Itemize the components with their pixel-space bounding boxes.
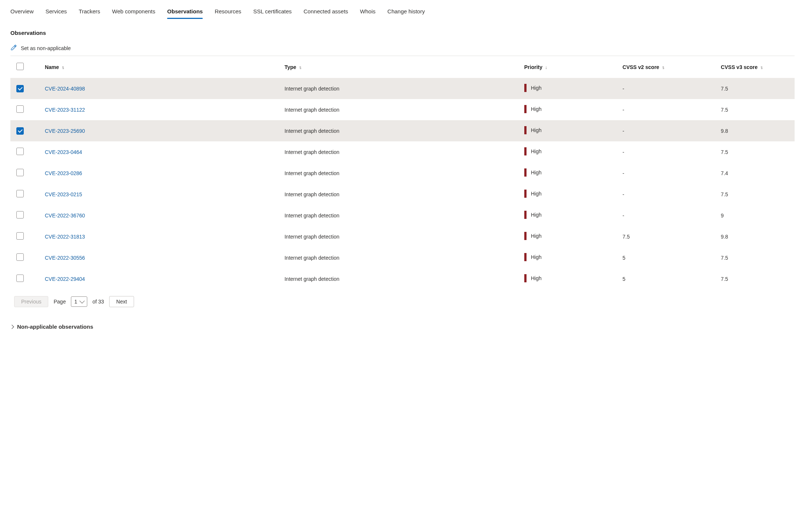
previous-button[interactable]: Previous [14, 296, 48, 307]
priority-indicator-icon [524, 105, 527, 113]
type-cell: Internet graph detection [284, 99, 524, 120]
priority-cell: High [524, 147, 542, 155]
tab-observations[interactable]: Observations [167, 6, 203, 19]
priority-cell: High [524, 211, 542, 219]
cvss2-cell: - [623, 205, 721, 226]
column-header-label: Type [284, 64, 296, 70]
column-header-label: Name [45, 64, 59, 70]
page-label: Page [53, 299, 66, 305]
priority-cell: High [524, 253, 542, 261]
priority-label: High [531, 275, 542, 281]
priority-indicator-icon [524, 147, 527, 155]
tab-web-components[interactable]: Web components [112, 6, 155, 19]
non-applicable-section-title: Non-applicable observations [17, 324, 93, 330]
priority-indicator-icon [524, 232, 527, 240]
cve-link[interactable]: CVE-2023-0215 [45, 191, 82, 197]
edit-icon [10, 44, 17, 52]
cvss3-cell: 7.5 [721, 78, 795, 99]
tab-whois[interactable]: Whois [360, 6, 376, 19]
priority-indicator-icon [524, 168, 527, 177]
cve-link[interactable]: CVE-2022-30556 [45, 255, 85, 261]
priority-cell: High [524, 232, 542, 240]
row-checkbox[interactable] [16, 169, 24, 176]
table-row: CVE-2023-0215Internet graph detectionHig… [10, 184, 795, 205]
cve-link[interactable]: CVE-2023-31122 [45, 107, 85, 113]
priority-label: High [531, 212, 542, 218]
priority-label: High [531, 191, 542, 197]
tab-resources[interactable]: Resources [215, 6, 241, 19]
observations-table: Name ↑↓ Type ↑↓ Priority ↓ CVSS v2 score… [10, 56, 795, 289]
column-header-cvss2[interactable]: CVSS v2 score ↑↓ [623, 56, 721, 78]
sort-both-icon: ↑↓ [299, 65, 300, 70]
cvss3-cell: 9.8 [721, 120, 795, 141]
cvss3-cell: 7.5 [721, 268, 795, 289]
column-header-label: Priority [524, 64, 542, 70]
column-header-name[interactable]: Name ↑↓ [45, 56, 285, 78]
column-header-label: CVSS v2 score [623, 64, 659, 70]
priority-indicator-icon [524, 126, 527, 134]
tab-connected-assets[interactable]: Connected assets [304, 6, 348, 19]
next-button[interactable]: Next [109, 296, 134, 307]
row-checkbox[interactable] [16, 232, 24, 240]
priority-cell: High [524, 168, 542, 177]
cve-link[interactable]: CVE-2022-36760 [45, 213, 85, 219]
row-checkbox[interactable] [16, 148, 24, 155]
cve-link[interactable]: CVE-2022-29404 [45, 276, 85, 282]
type-cell: Internet graph detection [284, 184, 524, 205]
cve-link[interactable]: CVE-2023-0286 [45, 170, 82, 176]
cvss3-cell: 9 [721, 205, 795, 226]
cve-link[interactable]: CVE-2024-40898 [45, 86, 85, 92]
cve-link[interactable]: CVE-2022-31813 [45, 234, 85, 240]
chevron-down-icon [79, 298, 85, 303]
table-row: CVE-2023-31122Internet graph detectionHi… [10, 99, 795, 120]
pager: Previous Page 1 of 33 Next [10, 296, 795, 307]
cvss2-cell: - [623, 141, 721, 162]
row-checkbox[interactable] [16, 275, 24, 282]
chevron-right-icon [10, 325, 14, 329]
row-checkbox[interactable] [16, 253, 24, 261]
column-header-type[interactable]: Type ↑↓ [284, 56, 524, 78]
action-bar: Set as non-applicable [10, 44, 795, 56]
select-all-checkbox[interactable] [16, 63, 24, 70]
tab-change-history[interactable]: Change history [387, 6, 425, 19]
cvss2-cell: 5 [623, 247, 721, 268]
row-checkbox[interactable] [16, 127, 24, 135]
row-checkbox[interactable] [16, 85, 24, 92]
row-checkbox[interactable] [16, 190, 24, 197]
cvss3-cell: 7.5 [721, 99, 795, 120]
non-applicable-section-toggle[interactable]: Non-applicable observations [10, 324, 795, 330]
priority-cell: High [524, 84, 542, 92]
priority-label: High [531, 233, 542, 239]
priority-indicator-icon [524, 274, 527, 282]
cvss3-cell: 7.4 [721, 162, 795, 184]
row-checkbox[interactable] [16, 105, 24, 113]
cvss2-cell: - [623, 99, 721, 120]
priority-label: High [531, 127, 542, 133]
tab-ssl-certificates[interactable]: SSL certificates [253, 6, 292, 19]
priority-label: High [531, 254, 542, 260]
cvss3-cell: 7.5 [721, 141, 795, 162]
tab-overview[interactable]: Overview [10, 6, 34, 19]
table-row: CVE-2022-30556Internet graph detectionHi… [10, 247, 795, 268]
cvss2-cell: 7.5 [623, 226, 721, 247]
column-header-label: CVSS v3 score [721, 64, 757, 70]
page-select[interactable]: 1 [71, 296, 87, 307]
tab-services[interactable]: Services [46, 6, 67, 19]
priority-indicator-icon [524, 84, 527, 92]
column-header-priority[interactable]: Priority ↓ [524, 56, 623, 78]
priority-cell: High [524, 126, 542, 134]
page-of-label: of 33 [92, 299, 104, 305]
tab-trackers[interactable]: Trackers [79, 6, 100, 19]
row-checkbox[interactable] [16, 211, 24, 219]
table-row: CVE-2023-0464Internet graph detectionHig… [10, 141, 795, 162]
type-cell: Internet graph detection [284, 205, 524, 226]
cve-link[interactable]: CVE-2023-0464 [45, 149, 82, 155]
table-row: CVE-2022-36760Internet graph detectionHi… [10, 205, 795, 226]
cve-link[interactable]: CVE-2023-25690 [45, 128, 85, 134]
sort-both-icon: ↑↓ [62, 65, 63, 70]
cvss2-cell: 5 [623, 268, 721, 289]
table-row: CVE-2023-25690Internet graph detectionHi… [10, 120, 795, 141]
set-non-applicable-action[interactable]: Set as non-applicable [21, 45, 71, 51]
type-cell: Internet graph detection [284, 78, 524, 99]
column-header-cvss3[interactable]: CVSS v3 score ↑↓ [721, 56, 795, 78]
